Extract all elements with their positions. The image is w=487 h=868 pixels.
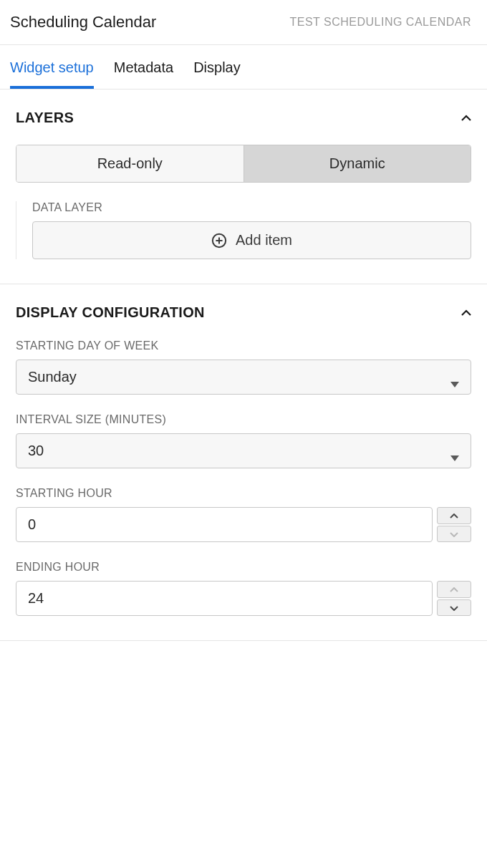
display-config-section: DISPLAY CONFIGURATION STARTING DAY OF WE… [0,284,487,641]
ending-hour-stepper [437,581,471,616]
starting-day-label: STARTING DAY OF WEEK [16,339,471,352]
tab-display[interactable]: Display [193,45,241,89]
layers-section-header[interactable]: LAYERS [16,110,471,126]
interval-select[interactable]: 30 [16,433,471,468]
starting-hour-label: STARTING HOUR [16,487,471,500]
interval-value: 30 [28,443,44,459]
layers-section-title: LAYERS [16,110,74,126]
display-config-section-header[interactable]: DISPLAY CONFIGURATION [16,304,471,321]
ending-hour-field: ENDING HOUR [16,561,471,616]
starting-hour-step-down [437,526,471,543]
ending-hour-input[interactable] [16,581,433,616]
starting-day-field: STARTING DAY OF WEEK Sunday [16,339,471,395]
page-title: Scheduling Calendar [10,13,156,32]
segment-dynamic[interactable]: Dynamic [244,145,471,182]
page-header: Scheduling Calendar TEST SCHEDULING CALE… [0,0,487,45]
starting-hour-stepper [437,507,471,542]
tab-metadata[interactable]: Metadata [114,45,173,89]
chevron-down-icon [450,527,458,540]
segment-read-only[interactable]: Read-only [16,145,244,182]
triangle-down-icon [450,375,459,380]
data-layer-label: DATA LAYER [32,201,471,214]
display-config-section-title: DISPLAY CONFIGURATION [16,304,205,321]
chevron-down-icon [450,601,458,614]
chevron-up-icon [461,308,471,318]
starting-hour-step-up[interactable] [437,507,471,524]
layer-type-segmented: Read-only Dynamic [16,145,471,183]
tab-widget-setup[interactable]: Widget setup [10,45,94,89]
tab-bar: Widget setup Metadata Display [0,45,487,90]
starting-day-value: Sunday [28,369,77,385]
starting-hour-field: STARTING HOUR [16,487,471,542]
chevron-up-icon [461,113,471,123]
plus-circle-icon [211,233,227,249]
ending-hour-step-up [437,581,471,598]
add-item-button[interactable]: Add item [32,221,471,259]
add-item-label: Add item [236,232,292,249]
chevron-up-icon [450,583,458,596]
starting-day-select[interactable]: Sunday [16,360,471,395]
data-layer-block: DATA LAYER Add item [16,201,471,259]
ending-hour-step-down[interactable] [437,599,471,617]
layers-section: LAYERS Read-only Dynamic DATA LAYER Add … [0,90,487,284]
starting-hour-input[interactable] [16,507,433,542]
page-subtitle: TEST SCHEDULING CALENDAR [289,16,471,29]
triangle-down-icon [450,448,459,454]
chevron-up-icon [450,509,458,522]
interval-label: INTERVAL SIZE (MINUTES) [16,413,471,426]
interval-field: INTERVAL SIZE (MINUTES) 30 [16,413,471,468]
ending-hour-label: ENDING HOUR [16,561,471,574]
